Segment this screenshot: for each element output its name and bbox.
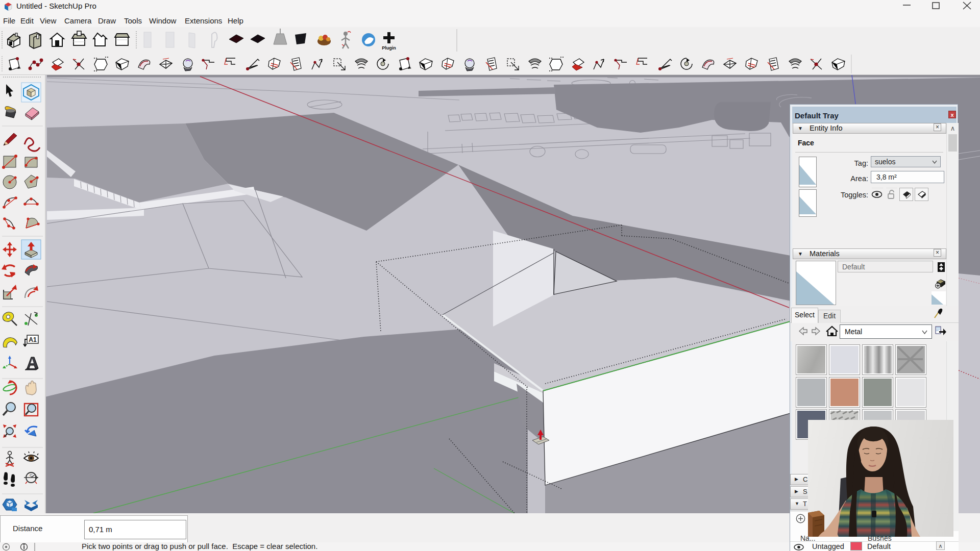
svg-text:C: C xyxy=(30,473,33,478)
svg-text:Plugin: Plugin xyxy=(382,45,396,51)
svg-text:A1: A1 xyxy=(29,336,37,343)
